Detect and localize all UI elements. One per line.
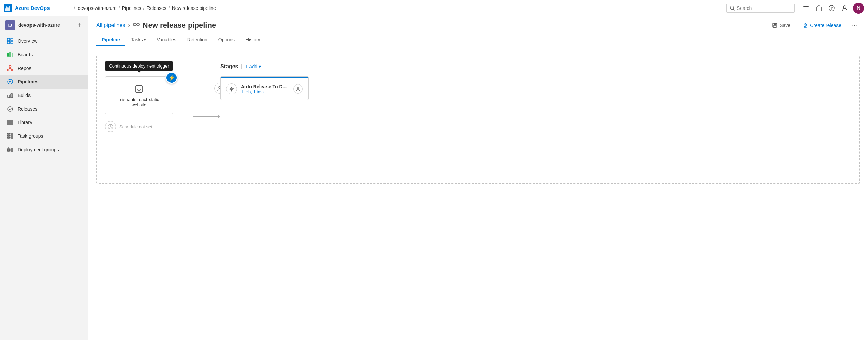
sidebar-item-boards[interactable]: Boards (0, 48, 88, 61)
svg-rect-24 (8, 95, 10, 98)
stages-header: Stages | + Add ▾ (220, 63, 851, 70)
tab-pipeline-label: Pipeline (102, 37, 120, 42)
breadcrumb-sep-0: / (74, 5, 75, 11)
artifact-card[interactable]: _nishants.react-static-website (105, 76, 173, 114)
user-icon-btn[interactable] (840, 4, 849, 13)
settings-icon-btn[interactable] (802, 4, 810, 13)
breadcrumb-pipelines[interactable]: Pipelines (122, 5, 141, 11)
tab-retention-label: Retention (187, 37, 208, 42)
sidebar-item-deploymentgroups[interactable]: Deployment groups (0, 143, 88, 156)
search-icon (730, 6, 735, 11)
stage-card-body: Auto Release To D... 1 job, 1 task (221, 78, 308, 100)
sidebar-item-pipelines[interactable]: Pipelines (0, 75, 88, 89)
nav-separator (57, 4, 57, 12)
sidebar: D devops-with-azure + Overview (0, 16, 88, 340)
artifact-type-icon (134, 83, 144, 94)
breadcrumb-arrow-icon: › (128, 22, 130, 29)
more-options-button[interactable]: ··· (849, 20, 860, 30)
sidebar-item-label-overview: Overview (18, 38, 37, 44)
breadcrumb-current: New release pipeline (172, 5, 216, 11)
sidebar-item-taskgroups[interactable]: Task groups (0, 129, 88, 143)
repos-icon (7, 65, 14, 72)
shopping-bag-icon (816, 5, 822, 11)
stage-card[interactable]: Auto Release To D... 1 job, 1 task (220, 76, 309, 100)
create-release-label: Create release (810, 23, 841, 28)
schedule-card[interactable]: Schedule not set (105, 121, 193, 132)
svg-rect-0 (4, 4, 12, 12)
svg-rect-33 (7, 135, 10, 136)
project-icon: D (5, 20, 15, 30)
pipeline-canvas: Artifacts | + Add Continuous deployment … (88, 46, 868, 340)
schedule-label: Schedule not set (119, 124, 152, 129)
sidebar-item-label-taskgroups: Task groups (18, 133, 43, 139)
sidebar-item-library[interactable]: Library (0, 116, 88, 129)
save-label: Save (780, 23, 790, 28)
svg-line-2 (733, 9, 734, 10)
svg-rect-47 (773, 26, 776, 27)
tab-pipeline[interactable]: Pipeline (96, 34, 125, 46)
svg-rect-12 (7, 41, 10, 44)
boards-icon (7, 51, 14, 58)
stage-card-wrapper: Auto Release To D... 1 job, 1 task (220, 76, 309, 100)
add-artifact-button[interactable]: + Add (134, 64, 146, 69)
lightning-icon: ⚡ (168, 75, 175, 81)
avatar[interactable]: N (853, 3, 864, 14)
tab-retention[interactable]: Retention (182, 34, 213, 46)
svg-rect-41 (8, 147, 12, 148)
overview-icon (7, 38, 14, 44)
sidebar-item-builds[interactable]: Builds (0, 89, 88, 102)
sidebar-item-repos[interactable]: Repos (0, 61, 88, 75)
tasks-chevron-icon: ▾ (144, 38, 146, 42)
settings-icon (803, 5, 809, 11)
breadcrumb-releases[interactable]: Releases (146, 5, 166, 11)
sidebar-item-overview[interactable]: Overview (0, 34, 88, 48)
shopping-bag-icon-btn[interactable] (814, 4, 823, 13)
svg-rect-15 (9, 52, 11, 57)
breadcrumb-devops-with-azure[interactable]: devops-with-azure (78, 5, 116, 11)
stage-meta: 1 job, 1 task (241, 89, 289, 94)
main-layout: D devops-with-azure + Overview (0, 16, 868, 340)
sidebar-item-label-pipelines: Pipelines (18, 79, 38, 84)
add-project-button[interactable]: + (77, 21, 82, 29)
svg-point-48 (805, 24, 806, 25)
save-button[interactable]: Save (768, 21, 794, 30)
tab-variables-label: Variables (157, 37, 176, 42)
tabs-bar: Pipeline Tasks ▾ Variables Retention Opt… (96, 34, 860, 46)
project-name: devops-with-azure (18, 22, 74, 28)
nav-dots-menu[interactable]: ⋮ (61, 3, 71, 13)
add-stage-button[interactable]: + Add ▾ (245, 64, 261, 69)
tab-variables[interactable]: Variables (151, 34, 181, 46)
tab-options[interactable]: Options (213, 34, 240, 46)
sidebar-item-label-repos: Repos (18, 65, 31, 71)
svg-rect-14 (7, 53, 9, 57)
svg-rect-37 (7, 149, 10, 150)
all-pipelines-link[interactable]: All pipelines (96, 22, 125, 29)
svg-rect-10 (7, 38, 10, 41)
artifact-card-wrapper: Continuous deployment trigger ⚡ (105, 76, 173, 114)
content-area: All pipelines › New release pipeline (88, 16, 868, 340)
svg-point-17 (9, 66, 11, 68)
post-deployment-conditions-button[interactable] (293, 84, 303, 94)
stage-info: Auto Release To D... 1 job, 1 task (241, 84, 289, 94)
search-input[interactable] (737, 5, 791, 11)
tab-tasks-label: Tasks (131, 37, 143, 42)
sidebar-item-label-boards: Boards (18, 52, 33, 57)
svg-rect-39 (11, 149, 13, 150)
tab-tasks[interactable]: Tasks ▾ (125, 34, 152, 46)
create-release-button[interactable]: Create release (798, 21, 845, 30)
svg-point-18 (8, 69, 9, 71)
add-artifact-label: + Add (134, 64, 146, 69)
sidebar-item-releases[interactable]: Releases (0, 102, 88, 116)
svg-rect-4 (803, 8, 809, 8)
svg-rect-31 (7, 133, 10, 134)
search-bar[interactable] (726, 4, 795, 13)
add-stage-chevron-icon: ▾ (259, 64, 261, 69)
sidebar-item-label-releases: Releases (18, 106, 37, 112)
continuous-deployment-trigger-button[interactable]: ⚡ (165, 72, 178, 84)
top-nav: Azure DevOps ⋮ / devops-with-azure / Pip… (0, 0, 868, 16)
azure-devops-logo-icon (4, 4, 12, 12)
help-icon-btn[interactable]: ? (827, 4, 836, 13)
tab-history[interactable]: History (240, 34, 266, 46)
app-logo[interactable]: Azure DevOps (4, 4, 50, 12)
svg-rect-36 (11, 137, 13, 138)
